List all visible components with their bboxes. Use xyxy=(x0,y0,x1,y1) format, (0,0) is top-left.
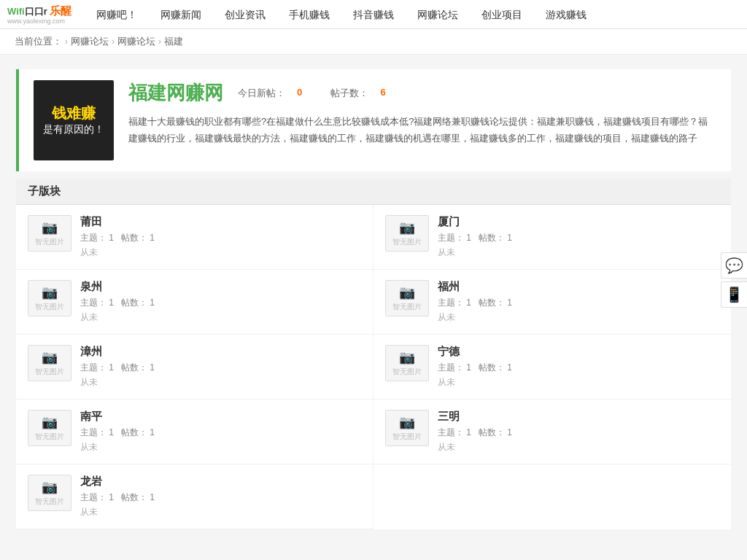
sub-forum-meta: 主题： 1 帖数： 1 xyxy=(438,427,719,439)
sub-forum-details: 南平 主题： 1 帖数： 1 从未 xyxy=(80,410,361,454)
logo-name: 乐醒 xyxy=(50,4,71,18)
today-count: 0 xyxy=(297,87,302,100)
main-content: 钱难赚 是有原因的！ 福建网赚网 今日新帖：0 帖子数：6 福建十大最赚钱的职业… xyxy=(9,55,738,544)
sub-forum-name[interactable]: 龙岩 xyxy=(80,475,361,489)
sub-forum-thumb: 📷 智无图片 xyxy=(385,215,429,252)
sub-forum-thumb: 📷 智无图片 xyxy=(385,345,429,381)
sub-forum-details: 厦门 主题： 1 帖数： 1 从未 xyxy=(438,215,719,259)
sub-forum-meta: 主题： 1 帖数： 1 xyxy=(438,232,719,244)
sub-forum-thumb: 📷 智无图片 xyxy=(385,410,429,446)
sub-forum-item[interactable]: 📷 智无图片 南平 主题： 1 帖数： 1 从未 xyxy=(16,400,374,464)
nav-item-7[interactable]: 游戏赚钱 xyxy=(534,0,598,29)
sub-forum-last: 从未 xyxy=(438,311,719,324)
wechat-icon[interactable]: 💬 xyxy=(721,252,747,279)
sub-forum-meta: 主题： 1 帖数： 1 xyxy=(80,232,361,244)
forum-stats: 今日新帖：0 帖子数：6 xyxy=(238,87,386,100)
sub-forum-item[interactable]: 📷 智无图片 莆田 主题： 1 帖数： 1 从未 xyxy=(16,205,374,270)
forum-banner: 钱难赚 是有原因的！ xyxy=(34,80,114,160)
sub-forum-last: 从未 xyxy=(80,506,361,518)
sub-forum-details: 莆田 主题： 1 帖数： 1 从未 xyxy=(80,215,361,259)
sub-forum-item[interactable]: 📷 智无图片 三明 主题： 1 帖数： 1 从未 xyxy=(374,400,731,464)
sub-forum-name[interactable]: 福州 xyxy=(438,280,719,294)
logo-wifi: Wifi xyxy=(7,6,25,17)
nav-item-5[interactable]: 网赚论坛 xyxy=(406,0,470,29)
breadcrumb-item-0[interactable]: 网赚论坛 xyxy=(71,35,109,48)
sub-forum-name[interactable]: 漳州 xyxy=(80,345,361,359)
sub-forum-thumb: 📷 智无图片 xyxy=(28,345,71,381)
forum-title-row: 福建网赚网 今日新帖：0 帖子数：6 xyxy=(128,80,716,106)
nav-item-0[interactable]: 网赚吧！ xyxy=(85,0,149,29)
sub-forum-item[interactable]: 📷 智无图片 宁德 主题： 1 帖数： 1 从未 xyxy=(374,335,731,400)
breadcrumb: 当前位置： › 网赚论坛 › 网赚论坛 › 福建 xyxy=(0,29,747,55)
right-float-panel: 💬 📱 xyxy=(721,252,747,308)
breadcrumb-item-2: 福建 xyxy=(164,35,183,48)
sub-forum-thumb: 📷 智无图片 xyxy=(28,280,71,316)
sub-forum-details: 泉州 主题： 1 帖数： 1 从未 xyxy=(80,280,361,324)
sub-forum-meta: 主题： 1 帖数： 1 xyxy=(80,362,361,374)
sub-forum-name[interactable]: 宁德 xyxy=(438,345,719,359)
sub-forum-item[interactable]: 📷 智无图片 泉州 主题： 1 帖数： 1 从未 xyxy=(16,270,374,335)
sub-forum-thumb: 📷 智无图片 xyxy=(385,280,429,316)
sub-forum-thumb: 📷 智无图片 xyxy=(28,410,71,446)
sub-forum-last: 从未 xyxy=(80,441,361,454)
sub-forums-title: 子版块 xyxy=(16,179,731,205)
forum-header: 钱难赚 是有原因的！ 福建网赚网 今日新帖：0 帖子数：6 福建十大最赚钱的职业… xyxy=(16,69,731,171)
sub-forums-grid: 📷 智无图片 莆田 主题： 1 帖数： 1 从未 📷 智无图片 厦门 主题： 1… xyxy=(16,205,731,529)
forum-desc: 福建十大最赚钱的职业都有哪些?在福建做什么生意比较赚钱成本低?福建网络兼职赚钱论… xyxy=(128,113,716,147)
today-label: 今日新帖： xyxy=(238,87,285,100)
logo-domain: www.yaolexing.com xyxy=(7,18,71,25)
nav-item-2[interactable]: 创业资讯 xyxy=(213,0,277,29)
sub-forum-thumb: 📷 智无图片 xyxy=(28,215,71,252)
sub-forum-item[interactable]: 📷 智无图片 福州 主题： 1 帖数： 1 从未 xyxy=(374,270,731,335)
sub-forum-details: 宁德 主题： 1 帖数： 1 从未 xyxy=(438,345,719,389)
nav-links: 网赚吧！ 网赚新闻 创业资讯 手机赚钱 抖音赚钱 网赚论坛 创业项目 游戏赚钱 xyxy=(85,0,598,29)
sub-forum-name[interactable]: 三明 xyxy=(438,410,719,424)
banner-text1: 钱难赚 xyxy=(52,104,96,122)
nav-item-4[interactable]: 抖音赚钱 xyxy=(341,0,406,29)
breadcrumb-prefix: 当前位置： xyxy=(15,35,62,48)
breadcrumb-item-1[interactable]: 网赚论坛 xyxy=(117,35,155,48)
sub-forum-item[interactable]: 📷 智无图片 漳州 主题： 1 帖数： 1 从未 xyxy=(16,335,374,400)
sub-forum-meta: 主题： 1 帖数： 1 xyxy=(80,491,361,504)
nav-item-3[interactable]: 手机赚钱 xyxy=(277,0,341,29)
sub-forum-last: 从未 xyxy=(80,311,361,324)
banner-text2: 是有原因的！ xyxy=(43,122,104,137)
sub-forums-section: 子版块 📷 智无图片 莆田 主题： 1 帖数： 1 从未 📷 智无图片 厦门 主… xyxy=(16,179,731,529)
site-logo[interactable]: Wifi 口口r 乐醒 www.yaolexing.com xyxy=(7,4,77,25)
sub-forum-name[interactable]: 南平 xyxy=(80,410,361,424)
sub-forum-thumb: 📷 智无图片 xyxy=(28,475,71,511)
breadcrumb-sep-2: › xyxy=(158,36,161,47)
sub-forum-item[interactable]: 📷 智无图片 厦门 主题： 1 帖数： 1 从未 xyxy=(374,205,731,270)
sub-forum-details: 龙岩 主题： 1 帖数： 1 从未 xyxy=(80,475,361,518)
post-label: 帖子数： xyxy=(330,87,368,100)
forum-info: 福建网赚网 今日新帖：0 帖子数：6 福建十大最赚钱的职业都有哪些?在福建做什么… xyxy=(128,80,716,147)
sub-forum-name[interactable]: 泉州 xyxy=(80,280,361,294)
nav-item-6[interactable]: 创业项目 xyxy=(470,0,534,29)
phone-icon[interactable]: 📱 xyxy=(721,281,747,308)
sub-forum-last: 从未 xyxy=(438,376,719,389)
breadcrumb-sep-0: › xyxy=(65,36,68,47)
post-count: 6 xyxy=(380,87,385,100)
sub-forum-details: 漳州 主题： 1 帖数： 1 从未 xyxy=(80,345,361,389)
breadcrumb-sep-1: › xyxy=(112,36,115,47)
sub-forum-meta: 主题： 1 帖数： 1 xyxy=(438,297,719,309)
nav-bar: Wifi 口口r 乐醒 www.yaolexing.com 网赚吧！ 网赚新闻 … xyxy=(0,0,747,29)
sub-forum-details: 三明 主题： 1 帖数： 1 从未 xyxy=(438,410,719,454)
sub-forum-last: 从未 xyxy=(438,441,719,454)
sub-forum-last: 从未 xyxy=(438,246,719,259)
sub-forum-meta: 主题： 1 帖数： 1 xyxy=(80,427,361,439)
sub-forum-details: 福州 主题： 1 帖数： 1 从未 xyxy=(438,280,719,324)
sub-forum-last: 从未 xyxy=(80,246,361,259)
sub-forum-item[interactable]: 📷 智无图片 龙岩 主题： 1 帖数： 1 从未 xyxy=(16,464,374,529)
sub-forum-name[interactable]: 莆田 xyxy=(80,215,361,229)
nav-item-1[interactable]: 网赚新闻 xyxy=(149,0,213,29)
forum-title: 福建网赚网 xyxy=(128,80,223,106)
sub-forum-meta: 主题： 1 帖数： 1 xyxy=(438,362,719,374)
sub-forum-meta: 主题： 1 帖数： 1 xyxy=(80,297,361,309)
sub-forum-name[interactable]: 厦门 xyxy=(438,215,719,229)
logo-door: 口口r xyxy=(25,5,47,18)
sub-forum-last: 从未 xyxy=(80,376,361,389)
